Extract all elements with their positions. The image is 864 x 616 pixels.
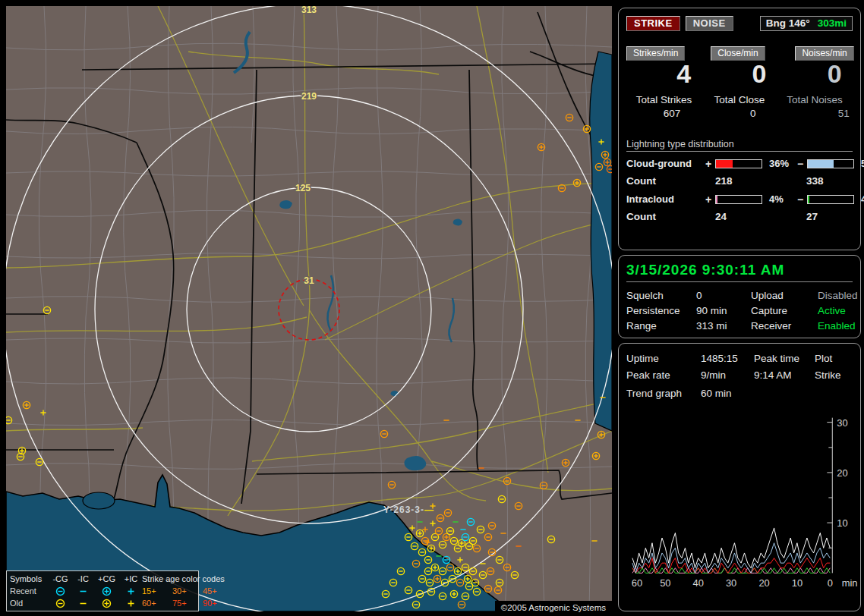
legend-col-pos-cg: +CG [93, 575, 120, 583]
trend-series [632, 528, 830, 573]
upload-value: Disabled [818, 290, 858, 301]
total-noises-value: 51 [777, 108, 852, 119]
rate-counters: Strikes/min 4 Close/min 0 Noises/min 0 [626, 46, 853, 88]
distribution-title: Lightning type distribution [626, 139, 853, 152]
legend-age-header: Strike age color codes [142, 575, 232, 583]
datetime-display: 3/15/2026 9:30:11 AM [626, 262, 853, 282]
total-noises-label: Total Noises [777, 94, 852, 105]
intracloud-row: Intracloud + 4% − 4% [626, 193, 853, 206]
trend-line-positive-CG [632, 558, 830, 574]
distance-value: 303mi [818, 17, 847, 29]
bearing-value: Bng 146° [766, 17, 810, 29]
strike-mode-button[interactable]: STRIKE [626, 16, 680, 31]
ic-plus-bar [715, 195, 762, 204]
plus-icon [120, 586, 142, 596]
capture-label: Capture [751, 305, 818, 316]
plus-sign: + [705, 158, 715, 170]
cg-plus-pct: 36% [765, 158, 797, 169]
minus-icon [73, 599, 93, 608]
bearing-readout: Bng 146°303mi [760, 16, 853, 31]
strikes-per-min-value: 4 [626, 61, 702, 88]
squelch-label: Squelch [626, 290, 696, 301]
svg-text:20: 20 [837, 467, 847, 479]
ring-label-31: 31 [304, 275, 314, 286]
trend-line-negative-IC [632, 568, 830, 574]
legend-symbols-header: Symbols [10, 575, 48, 583]
svg-text:20: 20 [758, 577, 769, 589]
trend-graph: 30 20 10 60 50 40 30 20 10 0 min [626, 401, 864, 595]
svg-text:30: 30 [837, 417, 847, 429]
intracloud-count-row: Count 24 27 [626, 211, 853, 222]
cg-plus-count: 218 [715, 175, 806, 187]
uptime-value: 1485:15 [701, 353, 754, 364]
cg-minus-pct: 56% [857, 158, 864, 169]
circle-minus-icon [48, 586, 73, 596]
session-grid: Uptime 1485:15 Peak time Plot Peak rate … [626, 353, 853, 381]
receiver-value: Enabled [818, 320, 858, 332]
trend-setting: Trend graph 60 min [626, 388, 853, 399]
total-strikes-label: Total Strikes [626, 94, 702, 105]
capture-value: Active [818, 305, 858, 316]
intracloud-label: Intracloud [626, 193, 705, 205]
age-code-30: 30+ [172, 587, 203, 596]
total-strikes-value: 607 [626, 108, 702, 119]
noises-per-min-value: 0 [777, 61, 852, 88]
age-code-15: 15+ [142, 587, 172, 596]
count-label: Count [626, 175, 705, 187]
counters-box: STRIKE NOISE Bng 146°303mi Strikes/min 4… [618, 8, 861, 250]
ic-plus-pct: 4% [765, 193, 797, 205]
svg-text:50: 50 [660, 577, 670, 589]
minus-sign: − [797, 158, 807, 170]
legend-row-recent-label: Recent [10, 587, 48, 596]
map-legend: Symbols -CG -IC +CG +IC Strike age color… [6, 570, 199, 611]
circle-minus-icon [48, 599, 73, 608]
app-window: 313 219 125 31 Y-263-3-— Symbols -CG -IC… [0, 0, 864, 616]
ic-minus-bar [807, 195, 854, 204]
minus-sign: − [797, 193, 807, 206]
ic-minus-pct: 4% [857, 193, 864, 205]
cloud-ground-count-row: Count 218 338 [626, 175, 853, 187]
ring-label-219: 219 [301, 91, 317, 102]
peak-rate-label: Peak rate [626, 369, 701, 381]
squelch-value: 0 [696, 290, 751, 301]
svg-text:40: 40 [693, 577, 704, 589]
status-box: 3/15/2026 9:30:11 AM Squelch 0 Upload Di… [618, 255, 861, 338]
total-counters: Total Strikes 607 Total Close 0 Total No… [626, 94, 853, 119]
svg-text:60: 60 [632, 577, 642, 589]
cloud-ground-label: Cloud-ground [626, 158, 705, 169]
legend-row-old-label: Old [10, 599, 48, 608]
minus-icon [73, 586, 93, 596]
persistence-label: Persistence [626, 305, 696, 316]
svg-text:min: min [842, 577, 858, 589]
age-code-45: 45+ [203, 587, 232, 596]
legend-col-neg-cg: -CG [48, 575, 73, 583]
lightning-map[interactable]: 313 219 125 31 Y-263-3-— Symbols -CG -IC… [6, 6, 612, 611]
total-close-label: Total Close [702, 94, 777, 105]
noises-per-min-button[interactable]: Noises/min [795, 46, 853, 61]
svg-text:10: 10 [792, 577, 803, 589]
noise-mode-button[interactable]: NOISE [686, 16, 733, 31]
cg-minus-bar [807, 159, 854, 168]
close-per-min-value: 0 [702, 61, 777, 88]
storm-cell-label: Y-263-3-— [383, 504, 434, 515]
range-value: 313 mi [696, 320, 751, 332]
plus-sign: + [705, 193, 715, 206]
trend-graph-label: Trend graph [626, 388, 701, 399]
map-canvas: 313 219 125 31 Y-263-3-— [6, 6, 612, 611]
age-code-90: 90+ [203, 599, 232, 608]
plot-value: Strike [815, 369, 853, 381]
circle-plus-icon [93, 586, 120, 596]
upload-label: Upload [751, 290, 818, 301]
legend-col-neg-ic: -IC [73, 575, 93, 583]
age-code-60: 60+ [142, 599, 172, 608]
total-close-value: 0 [702, 108, 777, 119]
persistence-value: 90 min [696, 305, 751, 316]
status-grid: Squelch 0 Upload Disabled Persistence 90… [626, 290, 853, 332]
svg-text:0: 0 [828, 577, 833, 589]
cg-plus-bar [715, 159, 762, 168]
side-panel: STRIKE NOISE Bng 146°303mi Strikes/min 4… [618, 8, 861, 616]
ic-plus-count: 24 [715, 211, 806, 222]
trend-y-labels: 30 20 10 [837, 417, 847, 529]
trend-line-positive-IC [632, 568, 830, 574]
ic-minus-count: 27 [806, 211, 864, 222]
